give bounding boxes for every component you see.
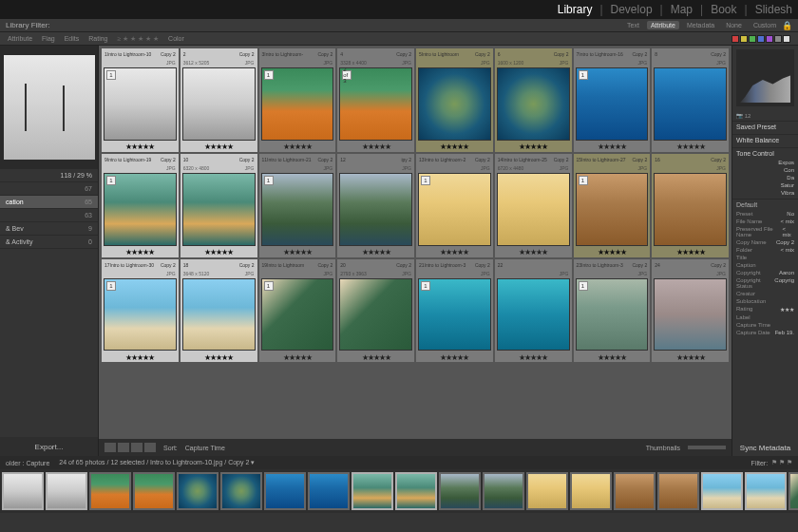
attr-label-flag[interactable]: Flag bbox=[42, 35, 55, 42]
nav-map[interactable]: Map bbox=[671, 3, 693, 16]
filmstrip-cell[interactable] bbox=[570, 472, 612, 510]
quick-develop-section[interactable]: Tone ControlExposConDaSaturVibra bbox=[732, 147, 798, 199]
filmstrip-cell[interactable] bbox=[220, 472, 262, 510]
filmstrip-cell[interactable] bbox=[614, 472, 656, 510]
filmstrip-cell[interactable] bbox=[89, 472, 131, 510]
thumbnail-cell[interactable]: 19Intro to LightroomCopy 2JPG1★★★★★ bbox=[259, 259, 336, 363]
export-button[interactable]: Export... bbox=[0, 437, 98, 456]
color-swatch[interactable] bbox=[766, 35, 773, 43]
filmstrip-cell[interactable] bbox=[352, 472, 393, 510]
metadata-row[interactable]: Rating★★★ bbox=[732, 305, 798, 314]
stack-badge[interactable]: 1 bbox=[106, 70, 116, 80]
status-folder[interactable]: older : Capture bbox=[6, 460, 49, 466]
metadata-row[interactable]: Label bbox=[732, 314, 798, 321]
metadata-row[interactable]: Creator bbox=[732, 290, 798, 297]
quick-develop-section[interactable]: White Balance bbox=[732, 134, 798, 147]
filmstrip-cell[interactable] bbox=[133, 472, 175, 510]
nav-develop[interactable]: Develop bbox=[611, 3, 653, 16]
metadata-row[interactable]: Capture Time bbox=[732, 321, 798, 329]
metadata-row[interactable]: PresetNo bbox=[732, 210, 798, 218]
view-mode-buttons[interactable] bbox=[104, 443, 156, 452]
thumbnail-cell[interactable]: 1Intro to Lightroom-10Copy 2JPG1★★★★★ bbox=[102, 48, 179, 152]
rating-stars[interactable]: ★★★★★ bbox=[574, 142, 651, 152]
color-swatches[interactable] bbox=[732, 35, 790, 43]
sort-value[interactable]: Capture Time bbox=[185, 445, 225, 451]
filmstrip-cell[interactable] bbox=[788, 472, 798, 510]
attr-rating-stars[interactable]: ≥ ★ ★ ★ ★ ★ bbox=[118, 35, 160, 43]
flag-filter-icon[interactable]: ⚑ ⚑ ⚑ bbox=[771, 459, 792, 466]
status-filter[interactable]: Filter: bbox=[751, 460, 769, 466]
metadata-row[interactable]: Copyright StatusCopyrig bbox=[732, 276, 798, 290]
color-swatch[interactable] bbox=[732, 35, 739, 43]
rating-stars[interactable]: ★★★★★ bbox=[102, 352, 179, 362]
filter-preset[interactable]: Custom bbox=[753, 22, 776, 28]
rating-stars[interactable]: ★★★★★ bbox=[574, 248, 651, 257]
filmstrip-cell[interactable] bbox=[439, 472, 481, 510]
rating-stars[interactable]: ★★★★★ bbox=[574, 352, 651, 362]
thumbnail-cell[interactable]: 12ipy 2JPG★★★★★ bbox=[337, 154, 414, 257]
color-swatch[interactable] bbox=[749, 35, 756, 43]
attr-label-rating[interactable]: Rating bbox=[88, 35, 107, 42]
thumbnail-cell[interactable]: 3Intro to Lightroom-Copy 2JPG1★★★★★ bbox=[259, 48, 336, 152]
color-swatch[interactable] bbox=[774, 35, 782, 43]
filmstrip-cell[interactable] bbox=[264, 472, 306, 510]
rating-stars[interactable]: ★★★★★ bbox=[495, 352, 572, 362]
nav-book[interactable]: Book bbox=[711, 3, 736, 16]
filmstrip-cell[interactable] bbox=[657, 472, 699, 510]
thumbnail-cell[interactable]: 17Intro to Lightroom-30Copy 2JPG1★★★★★ bbox=[102, 259, 179, 363]
stack-badge[interactable]: 2 of 3 bbox=[342, 70, 352, 80]
rating-stars[interactable]: ★★★★★ bbox=[652, 142, 729, 152]
rating-stars[interactable]: ★★★★★ bbox=[102, 142, 179, 152]
rating-stars[interactable]: ★★★★★ bbox=[180, 248, 257, 257]
thumbnail-cell[interactable]: 4Copy 23328 x 4400JPG2 of 3★★★★★ bbox=[337, 48, 414, 152]
filmstrip-cell[interactable] bbox=[2, 472, 44, 510]
rating-stars[interactable]: ★★★★★ bbox=[495, 248, 572, 257]
metadata-row[interactable]: Capture DateFeb 19. bbox=[732, 329, 798, 336]
metadata-row[interactable]: Preserved File Name< mix bbox=[732, 225, 798, 238]
thumbnail-grid[interactable]: 1Intro to Lightroom-10Copy 2JPG1★★★★★2Co… bbox=[99, 46, 732, 439]
stack-badge[interactable]: 1 bbox=[264, 281, 274, 291]
rating-stars[interactable]: ★★★★★ bbox=[259, 352, 336, 362]
stack-badge[interactable]: 1 bbox=[421, 281, 430, 291]
rating-stars[interactable]: ★★★★★ bbox=[337, 352, 414, 362]
stack-badge[interactable]: 1 bbox=[579, 281, 588, 291]
rating-stars[interactable]: ★★★★★ bbox=[495, 142, 572, 152]
nav-library[interactable]: Library bbox=[558, 3, 593, 16]
rating-stars[interactable]: ★★★★★ bbox=[652, 352, 729, 362]
rating-stars[interactable]: ★★★★★ bbox=[416, 352, 493, 362]
sync-metadata-button[interactable]: Sync Metadata bbox=[732, 440, 798, 456]
rating-stars[interactable]: ★★★★★ bbox=[337, 248, 414, 257]
filter-tab-none[interactable]: None bbox=[722, 21, 746, 29]
attr-label-edits[interactable]: Edits bbox=[65, 35, 80, 42]
filmstrip-cell[interactable] bbox=[395, 472, 437, 510]
stack-badge[interactable]: 1 bbox=[579, 176, 588, 185]
metadata-row[interactable]: Copy NameCopy 2 bbox=[732, 238, 798, 246]
rating-stars[interactable]: ★★★★★ bbox=[259, 248, 336, 257]
thumbnail-cell[interactable]: 13Intro to Lightroom-2Copy 2JPG1★★★★★ bbox=[416, 154, 493, 257]
rating-stars[interactable]: ★★★★★ bbox=[337, 142, 414, 152]
thumbnail-cell[interactable]: 15Intro to Lightroom-27Copy 2JPG1★★★★★ bbox=[574, 154, 651, 257]
filter-tab-text[interactable]: Text bbox=[623, 21, 643, 29]
stack-badge[interactable]: 1 bbox=[421, 176, 430, 185]
thumbnail-cell[interactable]: 14Intro to Lightroom-25Copy 26720 x 4480… bbox=[495, 154, 572, 257]
stack-badge[interactable]: 1 bbox=[264, 70, 274, 80]
thumbnail-size-slider[interactable] bbox=[688, 446, 726, 449]
metadata-row[interactable]: CopyrightAaron bbox=[732, 269, 798, 276]
thumbnail-cell[interactable]: 23Intro to Lightroom-3Copy 2JPG1★★★★★ bbox=[574, 259, 651, 363]
rating-stars[interactable]: ★★★★★ bbox=[180, 142, 257, 152]
rating-stars[interactable]: ★★★★★ bbox=[652, 248, 729, 257]
rating-stars[interactable]: ★★★★★ bbox=[180, 352, 257, 362]
thumbnail-cell[interactable]: 22JPG★★★★★ bbox=[495, 259, 572, 363]
navigator-panel[interactable] bbox=[0, 46, 98, 169]
folder-row[interactable]: & Activity0 bbox=[0, 236, 98, 249]
filter-tab-metadata[interactable]: Metadata bbox=[683, 21, 718, 29]
filmstrip-cell[interactable] bbox=[526, 472, 568, 510]
filmstrip-cell[interactable] bbox=[483, 472, 524, 510]
filmstrip-cell[interactable] bbox=[177, 472, 218, 510]
thumbnail-cell[interactable]: 6Copy 21600 x 1200JPG★★★★★ bbox=[495, 48, 572, 152]
quick-develop-section[interactable]: Saved Preset bbox=[732, 121, 798, 134]
filmstrip-cell[interactable] bbox=[308, 472, 350, 510]
metadata-row[interactable]: Title bbox=[732, 254, 798, 261]
thumbnail-cell[interactable]: 7Intro to Lightroom-16Copy 2JPG1★★★★★ bbox=[574, 48, 651, 152]
stack-badge[interactable]: 1 bbox=[579, 70, 588, 80]
